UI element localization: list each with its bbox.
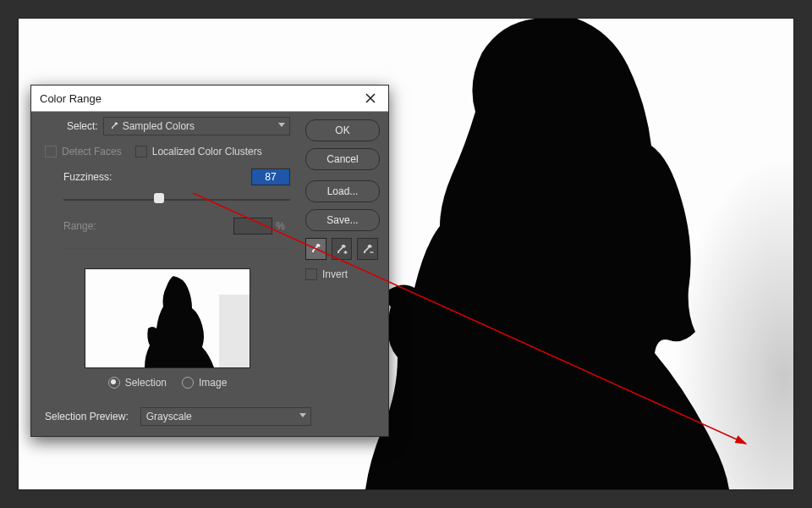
svg-rect-3	[219, 295, 250, 367]
select-label: Select:	[67, 120, 98, 132]
detect-faces-checkbox: Detect Faces	[45, 146, 122, 157]
color-range-dialog: Color Range Select: Sampled Colors Detec…	[30, 85, 389, 437]
selection-preview-thumbnail	[85, 268, 250, 368]
selection-radio[interactable]: Selection	[108, 377, 167, 389]
range-input	[233, 218, 272, 235]
fuzziness-slider[interactable]	[63, 192, 290, 207]
localized-color-clusters-checkbox[interactable]: Localized Color Clusters	[135, 146, 262, 157]
range-slider	[63, 241, 290, 257]
select-dropdown[interactable]: Sampled Colors	[103, 117, 290, 135]
invert-checkbox[interactable]: Invert	[305, 268, 365, 280]
eyedropper-tool[interactable]	[305, 238, 326, 260]
fuzziness-input[interactable]: 87	[251, 168, 290, 185]
range-label: Range:	[63, 220, 96, 232]
cancel-button[interactable]: Cancel	[305, 148, 380, 170]
percent-label: %	[276, 220, 285, 232]
save-button[interactable]: Save...	[305, 209, 380, 231]
ok-button[interactable]: OK	[305, 119, 380, 141]
dialog-title: Color Range	[40, 92, 102, 105]
eyedropper-icon	[109, 121, 119, 131]
fuzziness-label: Fuzziness:	[63, 171, 112, 183]
image-radio[interactable]: Image	[182, 377, 227, 389]
close-icon[interactable]	[361, 89, 380, 108]
eyedropper-plus-tool[interactable]	[332, 238, 353, 260]
load-button[interactable]: Load...	[305, 180, 380, 202]
eyedropper-minus-tool[interactable]	[357, 238, 378, 260]
selection-preview-dropdown[interactable]: Grayscale	[140, 407, 311, 426]
select-value: Sampled Colors	[123, 120, 195, 132]
dialog-titlebar[interactable]: Color Range	[31, 86, 388, 112]
selection-preview-label: Selection Preview:	[45, 411, 129, 422]
chevron-down-icon	[299, 413, 306, 417]
chevron-down-icon	[278, 123, 285, 127]
